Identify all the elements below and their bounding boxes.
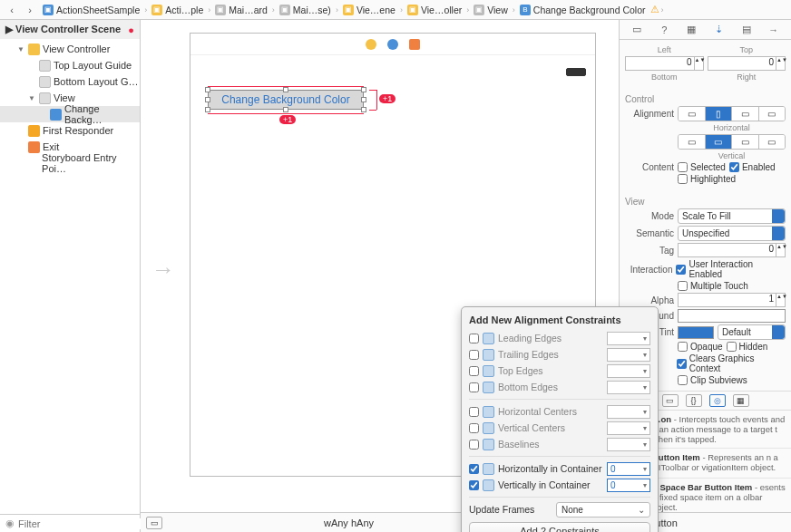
- tab-identity-icon[interactable]: ▦: [684, 23, 698, 37]
- popover-title: Add New Alignment Constraints: [469, 314, 650, 325]
- tab-attributes-icon[interactable]: ⇣: [712, 23, 727, 37]
- outline-warning-icon[interactable]: ●: [128, 24, 134, 35]
- scene-dot-3-icon[interactable]: [409, 39, 420, 50]
- battery-icon: [566, 68, 586, 76]
- constraint-row[interactable]: Vertical Centers: [469, 420, 650, 436]
- crumb-6[interactable]: ▣View: [471, 5, 511, 15]
- alignment-popover: Add New Alignment Constraints Leading Ed…: [461, 306, 659, 532]
- constraint-row[interactable]: Trailing Edges: [469, 346, 650, 363]
- lib-tab-4[interactable]: ▦: [733, 394, 749, 407]
- constraint-row[interactable]: Horizontally in Container0: [469, 460, 650, 477]
- selected-checkbox[interactable]: Selected: [678, 162, 726, 172]
- tag-field[interactable]: 0▲▼: [678, 243, 786, 257]
- selected-ui-button[interactable]: Change Background Color +1 +1: [194, 86, 385, 119]
- constraint-row[interactable]: Horizontal Centers: [469, 403, 650, 420]
- outline-toggle-button[interactable]: ▭: [146, 517, 162, 529]
- outline-filter-input[interactable]: [18, 518, 143, 529]
- alpha-field[interactable]: 1▲▼: [678, 293, 786, 307]
- lib-tab-2[interactable]: {}: [686, 394, 702, 407]
- constraint-badge-bottom: +1: [279, 115, 296, 124]
- uie-checkbox[interactable]: User Interaction Enabled: [676, 259, 786, 279]
- inset-top-field[interactable]: 0▲▼: [708, 56, 786, 71]
- view-heading: View: [625, 197, 786, 207]
- tree-row[interactable]: Storyboard Entry Poi…: [0, 155, 140, 171]
- vc-icon: ▣: [407, 5, 418, 15]
- mode-select[interactable]: Scale To Fill: [678, 208, 786, 224]
- project-icon: ▣: [43, 5, 54, 15]
- nav-forward-button[interactable]: ›: [22, 3, 38, 17]
- inspector-tabs: ▭ ? ▦ ⇣ ▤ →: [620, 20, 791, 40]
- warning-icon[interactable]: ⚠: [650, 4, 659, 15]
- file-icon: ▣: [279, 5, 290, 15]
- constraint-row[interactable]: Bottom Edges: [469, 379, 650, 395]
- constraint-row[interactable]: Baselines: [469, 436, 650, 452]
- crumb-0[interactable]: ▣ActionSheetSample: [40, 5, 142, 15]
- tint-select[interactable]: Default: [718, 324, 786, 340]
- crumb-5[interactable]: ▣Vie…oller: [405, 5, 464, 15]
- tint-colorwell[interactable]: [678, 326, 714, 339]
- storyboard-icon: ▣: [215, 5, 226, 15]
- constraint-row[interactable]: Leading Edges: [469, 330, 650, 346]
- tree-row[interactable]: ▼View Controller: [0, 41, 140, 57]
- button-icon: B: [520, 5, 531, 15]
- lib-tab-3[interactable]: ◎: [709, 394, 726, 407]
- filter-icon: ◉: [5, 517, 15, 529]
- update-frames-select[interactable]: None: [556, 502, 650, 517]
- document-outline: ▶ View Controller Scene ● ▼View Controll…: [0, 20, 141, 532]
- add-constraints-button[interactable]: Add 2 Constraints: [469, 522, 650, 532]
- entry-arrow-icon: →: [151, 256, 175, 284]
- crumb-1[interactable]: ▣Acti…ple: [149, 5, 206, 15]
- lib-tab-1[interactable]: ▭: [662, 394, 679, 407]
- v-align-segmented[interactable]: ▭▭▭▭: [678, 134, 786, 150]
- tab-help-icon[interactable]: ?: [657, 23, 671, 37]
- opaque-checkbox[interactable]: Opaque: [678, 342, 723, 352]
- scene-dot-2-icon[interactable]: [387, 39, 398, 50]
- view-icon: ▣: [474, 5, 484, 15]
- control-heading: Control: [625, 94, 786, 104]
- crumb-3[interactable]: ▣Mai…se): [277, 5, 334, 15]
- tree-row[interactable]: Top Layout Guide: [0, 57, 140, 73]
- crumb-4[interactable]: ▣Vie…ene: [340, 5, 398, 15]
- tab-file-icon[interactable]: ▭: [630, 23, 644, 37]
- breadcrumb-bar: ‹ › ▣ActionSheetSample› ▣Acti…ple› ▣Mai……: [0, 0, 791, 20]
- tab-connections-icon[interactable]: →: [767, 23, 781, 37]
- inset-left-field[interactable]: 0▲▼: [625, 56, 704, 71]
- constraint-row[interactable]: Top Edges: [469, 363, 650, 379]
- multitouch-checkbox[interactable]: Multiple Touch: [678, 281, 748, 291]
- scene-icon: ▣: [343, 5, 354, 15]
- crumb-7[interactable]: BChange Background Color: [517, 5, 649, 15]
- cgc-checkbox[interactable]: Clears Graphics Context: [677, 353, 786, 373]
- outline-header: ▶ View Controller Scene ●: [0, 20, 140, 39]
- tree-row[interactable]: Bottom Layout G…: [0, 73, 140, 90]
- folder-icon: ▣: [151, 5, 162, 15]
- background-colorwell[interactable]: [678, 309, 786, 323]
- constraint-badge-right: +1: [379, 94, 396, 103]
- tree-row[interactable]: Change Backg…: [0, 106, 140, 122]
- enabled-checkbox[interactable]: Enabled: [729, 162, 776, 172]
- h-align-segmented[interactable]: ▭▯▭▭: [678, 106, 786, 121]
- clip-checkbox[interactable]: Clip Subviews: [678, 375, 747, 385]
- semantic-select[interactable]: Unspecified: [678, 226, 786, 241]
- update-frames-label: Update Frames: [469, 504, 552, 515]
- crumb-2[interactable]: ▣Mai…ard: [212, 5, 270, 15]
- constraint-row[interactable]: Vertically in Container0: [469, 477, 650, 493]
- highlighted-checkbox[interactable]: Highlighted: [678, 174, 736, 184]
- scene-dot-1-icon[interactable]: [366, 39, 376, 50]
- nav-back-button[interactable]: ‹: [4, 3, 20, 17]
- tab-size-icon[interactable]: ▤: [739, 23, 754, 37]
- hidden-checkbox[interactable]: Hidden: [727, 342, 768, 352]
